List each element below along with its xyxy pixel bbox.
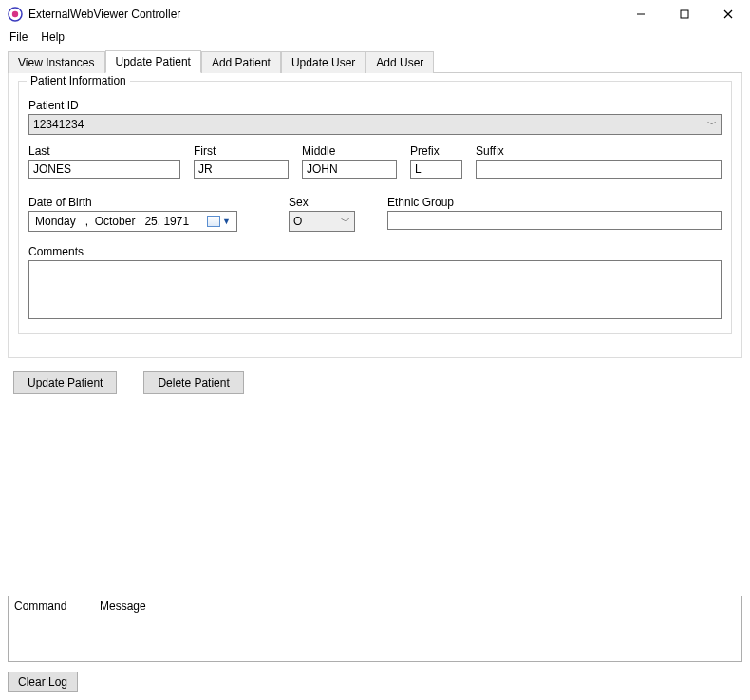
label-last: Last [28, 144, 180, 158]
patient-id-value: 12341234 [33, 118, 84, 131]
label-comments: Comments [28, 245, 722, 258]
tab-view-instances[interactable]: View Instances [8, 51, 105, 73]
dob-picker[interactable]: Monday , October 25, 1971 ▼ [28, 211, 237, 232]
label-ethnic: Ethnic Group [387, 196, 722, 209]
delete-patient-button[interactable]: Delete Patient [143, 371, 243, 394]
comments-input[interactable] [28, 260, 722, 319]
close-button[interactable] [706, 0, 750, 28]
last-input[interactable] [28, 160, 180, 179]
chevron-down-icon: ﹀ [707, 118, 717, 131]
patient-id-select[interactable]: 12341234 ﹀ [28, 114, 722, 135]
label-sex: Sex [289, 196, 355, 209]
patient-info-group: Patient Information Patient ID 12341234 … [18, 81, 732, 334]
tab-content: Patient Information Patient ID 12341234 … [8, 73, 742, 358]
label-patient-id: Patient ID [28, 99, 722, 112]
sex-value: O [293, 215, 302, 228]
log-col-message: Message [100, 599, 146, 613]
sex-select[interactable]: O ﹀ [289, 211, 355, 232]
log-col-command: Command [14, 599, 100, 613]
tab-update-user[interactable]: Update User [281, 51, 366, 73]
app-icon [8, 7, 23, 22]
first-input[interactable] [194, 160, 289, 179]
tab-add-patient[interactable]: Add Patient [201, 51, 281, 73]
tab-update-patient[interactable]: Update Patient [105, 50, 201, 73]
svg-rect-3 [681, 10, 688, 18]
clear-log-button[interactable]: Clear Log [8, 672, 78, 692]
titlebar: ExternalWebViewer Controller [0, 0, 750, 28]
dropdown-arrow-icon: ▼ [222, 217, 231, 226]
suffix-input[interactable] [476, 160, 722, 179]
menu-help[interactable]: Help [41, 30, 65, 44]
menu-file[interactable]: File [9, 30, 28, 44]
label-prefix: Prefix [410, 144, 462, 158]
log-panel: Command Message [8, 596, 742, 662]
calendar-icon [207, 216, 220, 227]
chevron-down-icon: ﹀ [341, 215, 350, 228]
menubar: File Help [0, 28, 750, 47]
label-dob: Date of Birth [28, 196, 275, 209]
log-divider [441, 596, 441, 661]
maximize-button[interactable] [663, 0, 706, 28]
minimize-button[interactable] [619, 0, 663, 28]
update-patient-button[interactable]: Update Patient [13, 371, 117, 394]
tab-strip: View Instances Update Patient Add Patien… [8, 49, 742, 73]
groupbox-title: Patient Information [27, 74, 130, 87]
tab-add-user[interactable]: Add User [366, 51, 434, 73]
label-middle: Middle [302, 144, 397, 158]
middle-input[interactable] [302, 160, 397, 179]
action-buttons: Update Patient Delete Patient [13, 371, 737, 394]
dob-value: Monday , October 25, 1971 [35, 215, 189, 228]
label-suffix: Suffix [476, 144, 722, 158]
ethnic-input[interactable] [387, 211, 722, 230]
svg-point-1 [12, 10, 18, 16]
prefix-input[interactable] [410, 160, 462, 179]
label-first: First [194, 144, 289, 158]
window-title: ExternalWebViewer Controller [28, 8, 180, 21]
